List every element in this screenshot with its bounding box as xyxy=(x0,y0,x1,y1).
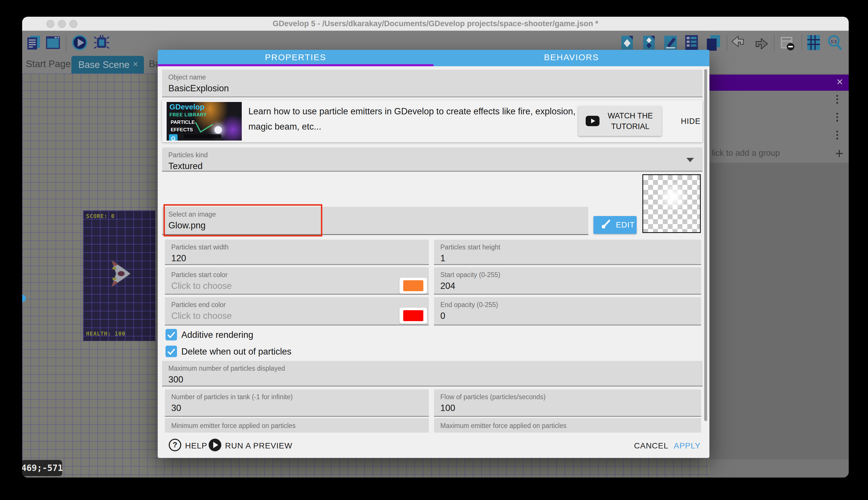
additive-rendering-checkbox[interactable] xyxy=(165,329,177,340)
panel-empty-area xyxy=(709,163,849,459)
toggle-grid-icon[interactable] xyxy=(806,35,822,51)
object-name-field[interactable]: Object name BasicExplosion xyxy=(162,70,703,97)
tank-field[interactable]: Number of particles in tank (-1 for infi… xyxy=(165,389,429,417)
open-window-icon[interactable] xyxy=(45,35,61,51)
delete-when-out-checkbox[interactable] xyxy=(165,345,177,357)
tutorial-text: Learn how to use particle emitters in GD… xyxy=(248,104,582,134)
toolbar-separator xyxy=(774,34,774,51)
tab-base-scene[interactable]: Base Scene × xyxy=(71,56,144,73)
check-icon xyxy=(165,345,177,357)
gdevelop-logo: G xyxy=(169,134,178,140)
objects-editor-icon[interactable] xyxy=(619,35,635,51)
tutorial-thumbnail[interactable]: GDevelop FREE LIBRARY PARTICLE EFFECTS G xyxy=(167,102,242,140)
min-force-field[interactable]: Minimum emitter force applied on particl… xyxy=(165,418,429,433)
undo-icon[interactable] xyxy=(731,35,747,51)
edit-image-button[interactable]: EDIT xyxy=(594,216,637,234)
title-bar: GDevelop 5 - /Users/dkarakay/Documents/G… xyxy=(22,17,849,31)
window-title: GDevelop 5 - /Users/dkarakay/Documents/G… xyxy=(22,19,849,28)
redo-icon[interactable] xyxy=(753,35,769,51)
tab-properties[interactable]: PROPERTIES xyxy=(158,50,433,66)
apply-button[interactable]: APPLY xyxy=(674,441,701,451)
arrow-decoration xyxy=(194,119,214,134)
edit-properties-icon[interactable] xyxy=(662,35,679,51)
add-group-row[interactable]: lick to add a group + xyxy=(709,144,849,163)
start-opacity-field[interactable]: Start opacity (0-255) 204 xyxy=(434,267,701,295)
kebab-menu-icon[interactable]: ⋮ xyxy=(832,93,842,105)
flow-field[interactable]: Flow of particles (particles/seconds) 10… xyxy=(434,389,701,417)
object-row[interactable]: ⋮ xyxy=(709,109,849,127)
debug-icon[interactable] xyxy=(94,35,110,51)
particles-kind-select[interactable]: Particles kind Textured xyxy=(162,147,703,172)
hide-banner-button[interactable]: HIDE xyxy=(678,100,704,142)
youtube-play-icon xyxy=(586,116,599,126)
max-force-field[interactable]: Maximum emitter force applied on particl… xyxy=(434,418,701,433)
brush-icon xyxy=(601,219,611,229)
annotation-highlight-box xyxy=(163,204,322,237)
panel-header: × xyxy=(709,75,849,91)
score-text: SCORE: 0 xyxy=(86,213,115,219)
tab-start-page[interactable]: Start Page xyxy=(26,58,71,69)
game-viewport: SCORE: 0 HEALTH: 100 xyxy=(83,211,155,341)
end-color-field[interactable]: Particles end color Click to choose xyxy=(165,297,429,326)
object-properties-dialog: PROPERTIES BEHAVIORS Object name BasicEx… xyxy=(158,50,709,458)
toolbar-separator xyxy=(727,34,727,51)
tutorial-banner: GDevelop FREE LIBRARY PARTICLE EFFECTS G… xyxy=(162,100,703,142)
kebab-menu-icon[interactable]: ⋮ xyxy=(832,111,842,123)
chevron-down-icon[interactable] xyxy=(687,158,694,162)
project-manager-icon[interactable] xyxy=(26,35,42,51)
add-group-label: lick to add a group xyxy=(712,148,780,158)
cancel-button[interactable]: CANCEL xyxy=(634,441,669,451)
toolbar-separator xyxy=(66,34,67,51)
thumbnail-caption-strip xyxy=(184,134,221,138)
spaceship-sprite xyxy=(110,259,131,288)
zoom-1-1-icon[interactable]: 1:1 xyxy=(827,35,843,51)
glow-decoration xyxy=(214,126,222,134)
end-color-swatch[interactable] xyxy=(399,308,427,324)
tab-close-icon[interactable]: × xyxy=(133,59,138,69)
dialog-footer: ? HELP RUN A PREVIEW CANCEL APPLY xyxy=(158,433,709,458)
end-opacity-field[interactable]: End opacity (0-255) 0 xyxy=(434,297,701,326)
object-row[interactable]: ⋮ xyxy=(709,126,849,145)
check-icon xyxy=(165,329,177,340)
health-text: HEALTH: 100 xyxy=(86,330,126,337)
dialog-scrollbar[interactable] xyxy=(704,69,707,421)
object-groups-editor-icon[interactable] xyxy=(641,35,657,51)
start-color-field[interactable]: Particles start color Click to choose xyxy=(165,267,429,295)
start-width-field[interactable]: Particles start width 120 xyxy=(165,240,429,265)
screenshot-root: GDevelop 5 - /Users/dkarakay/Documents/G… xyxy=(0,0,868,500)
play-icon[interactable] xyxy=(72,35,88,51)
watch-tutorial-button[interactable]: WATCH THETUTORIAL xyxy=(578,106,662,136)
particle-texture-preview xyxy=(642,174,701,233)
svg-text:1:1: 1:1 xyxy=(831,39,837,44)
help-button[interactable]: HELP xyxy=(185,441,207,451)
layers-editor-icon[interactable] xyxy=(705,35,721,51)
scroll-handle-dot[interactable] xyxy=(22,295,26,302)
run-preview-button[interactable]: RUN A PREVIEW xyxy=(225,441,292,451)
additive-rendering-label[interactable]: Additive rendering xyxy=(181,330,253,340)
start-height-field[interactable]: Particles start height 1 xyxy=(434,240,701,265)
cursor-coordinates-badge: 469;-571 xyxy=(22,460,62,476)
objects-panel: × ⋮ ⋮ ⋮ lick to add a group + Search xyxy=(709,73,849,478)
start-color-swatch[interactable] xyxy=(399,278,427,294)
delete-when-out-label[interactable]: Delete when out of particles xyxy=(181,346,292,357)
svg-text:?: ? xyxy=(173,440,177,449)
run-preview-icon[interactable] xyxy=(208,439,222,452)
toggle-mask-icon[interactable] xyxy=(779,35,795,51)
plus-icon[interactable]: + xyxy=(835,145,844,162)
instances-list-icon[interactable] xyxy=(683,35,700,51)
close-icon[interactable]: × xyxy=(837,76,843,88)
help-icon[interactable]: ? xyxy=(168,439,181,452)
max-particles-field[interactable]: Maximum number of particles displayed 30… xyxy=(162,361,703,387)
kebab-menu-icon[interactable]: ⋮ xyxy=(832,129,842,141)
toolbar-separator xyxy=(801,34,802,51)
object-row[interactable]: ⋮ xyxy=(709,91,849,109)
tab-behaviors[interactable]: BEHAVIORS xyxy=(433,50,709,66)
